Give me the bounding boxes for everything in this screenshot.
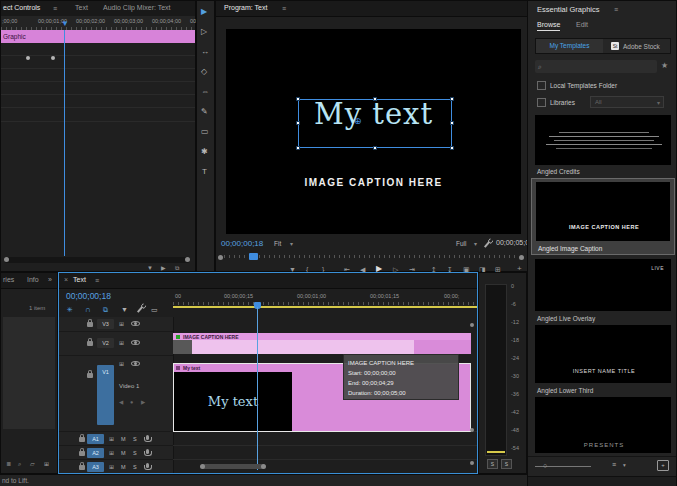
sync-lock-icon[interactable]: ⊞ — [119, 340, 124, 346]
sort-menu-icon[interactable]: ≡ — [612, 461, 616, 468]
playback-resolution-select[interactable]: Full — [456, 240, 466, 247]
captions-icon[interactable]: ▭ — [151, 306, 158, 314]
sync-lock-icon[interactable]: ⊞ — [119, 321, 124, 327]
nest-toggle-icon[interactable]: ✳ — [67, 306, 73, 314]
libraries-dropdown[interactable]: All ▾ — [590, 96, 664, 108]
pen-tool[interactable]: ✎ — [201, 107, 208, 116]
selection-handle[interactable] — [296, 146, 300, 150]
work-area-bar[interactable] — [173, 306, 477, 308]
template-name[interactable]: Angled Live Overlay — [537, 315, 595, 322]
solo-left-button[interactable]: S — [487, 459, 498, 469]
toggle-output-eye-icon[interactable] — [131, 340, 140, 345]
type-tool[interactable]: T — [202, 167, 207, 176]
solo-right-button[interactable]: S — [501, 459, 512, 469]
selection-handle[interactable] — [450, 121, 454, 125]
tab-effect-controls[interactable]: ect Controls — [3, 4, 40, 11]
voiceover-mic-icon[interactable] — [146, 463, 149, 468]
install-template-icon[interactable]: + — [657, 460, 669, 471]
panel-menu-icon[interactable]: ≡ — [614, 6, 618, 13]
slip-tool[interactable]: ⇔ — [201, 87, 209, 96]
mute-button[interactable]: M — [121, 437, 126, 443]
play-audio-icon[interactable]: ▶ — [161, 265, 166, 271]
panel-menu-icon[interactable]: ≡ — [95, 277, 99, 284]
template-item-selected[interactable]: IMAGE CAPTION HERE Angled Image Caption — [531, 178, 675, 255]
program-timecode[interactable]: 00;00;00;18 — [221, 239, 263, 248]
effect-controls-ruler[interactable]: ;00;00 00;00;01;00 00;00;02;00 00;00;03;… — [1, 16, 195, 31]
selection-handle[interactable] — [296, 97, 300, 101]
track-select-forward-tool[interactable]: ▷ — [201, 27, 207, 36]
timeline-timecode[interactable]: 00;00;00;18 — [66, 291, 111, 301]
tab-browse[interactable]: Browse — [537, 21, 560, 31]
selection-handle[interactable] — [373, 97, 377, 101]
effect-controls-playhead-line[interactable] — [64, 30, 65, 256]
scrollbar-knob[interactable] — [261, 464, 266, 469]
add-marker-icon[interactable]: ▼ — [121, 306, 128, 313]
scrub-knob[interactable] — [519, 255, 524, 260]
track-lock-icon[interactable] — [79, 437, 85, 442]
sync-lock-icon[interactable]: ⊞ — [109, 436, 114, 442]
sync-lock-icon[interactable]: ⊞ — [109, 450, 114, 456]
panel-menu-icon[interactable]: ≡ — [53, 5, 57, 12]
track-lock-icon[interactable] — [79, 451, 85, 456]
adobe-stock-segment[interactable]: Adobe Stock — [623, 43, 660, 50]
selection-handle[interactable] — [450, 146, 454, 150]
effect-controls-scrollbar[interactable] — [4, 257, 190, 263]
toggle-effects-icon[interactable]: ⧉ — [175, 265, 179, 271]
tab-libraries[interactable]: ries — [3, 276, 14, 283]
tab-timeline-text[interactable]: Text — [73, 276, 86, 283]
snap-magnet-icon[interactable]: ∩ — [85, 305, 91, 314]
tab-edit[interactable]: Edit — [576, 21, 588, 28]
scroll-knob[interactable] — [470, 461, 474, 465]
track-lock-icon[interactable] — [79, 465, 85, 470]
zoom-search-icon[interactable]: ⌕ — [18, 461, 21, 467]
track-lock-icon[interactable] — [87, 322, 93, 327]
template-thumbnail-angled-image-caption[interactable]: IMAGE CAPTION HERE — [536, 182, 670, 241]
track-target-a1[interactable]: A1 — [87, 434, 104, 444]
template-name[interactable]: Angled Credits — [537, 168, 580, 175]
program-video-frame[interactable]: My text ⊕ IMAGE CAPTION HERE — [226, 29, 521, 234]
mute-button[interactable]: M — [121, 465, 126, 471]
graphic-clip-bar[interactable]: Graphic — [1, 30, 195, 43]
slider-knob-icon[interactable]: ○ — [543, 462, 547, 469]
template-thumbnail-angled-lower-third[interactable]: INSERT NAME TITLE — [535, 325, 671, 383]
solo-button[interactable]: S — [133, 437, 137, 443]
tab-info[interactable]: Info — [27, 276, 39, 283]
local-templates-checkbox[interactable] — [537, 81, 546, 90]
track-target-a2[interactable]: A2 — [87, 448, 104, 458]
keyframe-dot[interactable] — [51, 56, 55, 60]
libraries-checkbox[interactable] — [537, 98, 546, 107]
list-view-icon[interactable]: ≣ — [6, 461, 11, 467]
program-caption-text[interactable]: IMAGE CAPTION HERE — [226, 177, 521, 188]
program-playhead-handle[interactable] — [249, 253, 258, 260]
sync-lock-icon[interactable]: ⊞ — [109, 464, 114, 470]
scroll-knob[interactable] — [470, 323, 474, 327]
razor-tool[interactable]: ◇ — [201, 67, 207, 76]
toggle-output-eye-icon[interactable] — [131, 361, 140, 366]
title-selection-box[interactable]: ⊕ — [298, 99, 452, 148]
new-item-icon[interactable]: ⊞ — [44, 461, 49, 467]
thumbnail-nav-right-icon[interactable]: ▶ — [141, 399, 145, 405]
template-name[interactable]: Angled Lower Third — [537, 387, 593, 394]
scrollbar-knob[interactable] — [200, 464, 205, 469]
scrollbar-knob[interactable] — [185, 257, 190, 262]
ripple-edit-tool[interactable]: ↔ — [201, 47, 209, 56]
selection-handle[interactable] — [296, 121, 300, 125]
selection-handle[interactable] — [450, 97, 454, 101]
settings-wrench-icon[interactable] — [484, 241, 490, 248]
zoom-level-select[interactable]: Fit — [274, 240, 281, 247]
rectangle-tool[interactable]: ▭ — [201, 127, 209, 136]
solo-button[interactable]: S — [133, 465, 137, 471]
thumbnail-nav-left-icon[interactable]: ◀ — [119, 399, 123, 405]
solo-button[interactable]: S — [133, 451, 137, 457]
template-name[interactable]: Angled Image Caption — [538, 245, 602, 252]
project-content-area[interactable] — [3, 317, 55, 429]
hand-tool[interactable]: ✱ — [201, 147, 208, 156]
linked-selection-icon[interactable]: ⧉ — [103, 306, 108, 314]
thumbnail-nav-dot-icon[interactable]: ● — [130, 399, 133, 405]
tab-audio-clip-mixer[interactable]: Audio Clip Mixer: Text — [103, 4, 171, 11]
timeline-scrollbar[interactable] — [201, 464, 265, 469]
star-favorites-icon[interactable]: ★ — [661, 61, 668, 70]
new-bin-folder-icon[interactable]: ▱ — [30, 461, 35, 467]
close-tab-icon[interactable]: × — [64, 276, 68, 283]
tab-text[interactable]: Text — [75, 4, 88, 11]
